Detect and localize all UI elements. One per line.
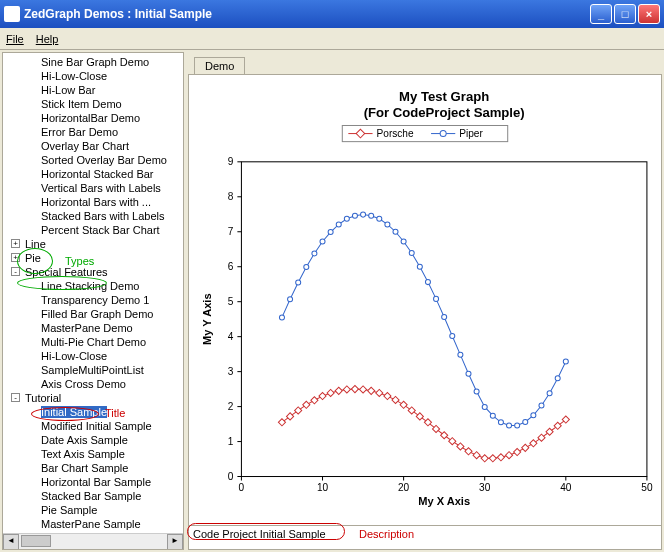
svg-rect-59 <box>400 401 407 408</box>
tree-item[interactable]: Pie Sample <box>5 503 183 517</box>
scroll-thumb[interactable] <box>21 535 51 547</box>
description-text: Code Project Initial Sample <box>193 528 326 540</box>
svg-point-82 <box>296 280 301 285</box>
tree-item-label: Stacked Bar Sample <box>41 490 141 502</box>
svg-point-107 <box>498 420 503 425</box>
tree-item[interactable]: Axis Cross Demo <box>5 377 183 391</box>
svg-text:4: 4 <box>228 331 234 342</box>
chart-area: My Test Graph(For CodeProject Sample)Por… <box>188 74 662 526</box>
tree-item[interactable]: MasterPane Sample <box>5 517 183 531</box>
svg-point-101 <box>450 333 455 338</box>
menu-help[interactable]: Help <box>36 33 59 45</box>
tree-item-label: HorizontalBar Demo <box>41 112 140 124</box>
tree-item[interactable]: Text Axis Sample <box>5 447 183 461</box>
tree-item[interactable]: Horizontal Stacked Bar <box>5 167 183 181</box>
tree-item[interactable]: Hi-Low-Close <box>5 349 183 363</box>
tree-item-label: Transparency Demo 1 <box>41 294 149 306</box>
menu-bar: File Help <box>0 28 664 50</box>
scroll-left-button[interactable]: ◄ <box>3 534 19 550</box>
tree-item[interactable]: Bar Chart Sample <box>5 461 183 475</box>
tree-item[interactable]: Sine Bar Graph Demo <box>5 55 183 69</box>
scroll-right-button[interactable]: ► <box>167 534 183 550</box>
svg-rect-67 <box>465 448 472 455</box>
svg-rect-55 <box>368 387 375 394</box>
svg-point-94 <box>393 229 398 234</box>
svg-point-102 <box>458 352 463 357</box>
title-bar: ZedGraph Demos : Initial Sample _ □ × <box>0 0 664 28</box>
tree-item[interactable]: Stacked Bar Sample <box>5 489 183 503</box>
tree-item[interactable]: Initial Sample <box>5 405 183 419</box>
tree-item[interactable]: MasterPane Demo <box>5 321 183 335</box>
tree-item[interactable]: Modified Initial Sample <box>5 419 183 433</box>
annotation-description: Description <box>359 528 414 540</box>
svg-point-98 <box>425 280 430 285</box>
svg-text:3: 3 <box>228 366 234 377</box>
tree-item-label: Initial Sample <box>41 406 107 418</box>
tree-item[interactable]: Percent Stack Bar Chart <box>5 223 183 237</box>
tree-item[interactable]: Hi-Low-Close <box>5 69 183 83</box>
tree-item[interactable]: HorizontalBar Demo <box>5 111 183 125</box>
tree-item-label: MasterPane Demo <box>41 322 133 334</box>
svg-rect-61 <box>416 413 423 420</box>
tree-item[interactable]: Stick Item Demo <box>5 97 183 111</box>
annotation-types: Types <box>65 255 94 267</box>
tree-item[interactable]: Overlay Bar Chart <box>5 139 183 153</box>
svg-point-7 <box>440 131 446 137</box>
tree-scrollbar[interactable]: ◄ ► <box>3 533 183 549</box>
svg-point-106 <box>490 413 495 418</box>
svg-point-85 <box>320 239 325 244</box>
svg-text:8: 8 <box>228 191 234 202</box>
tree-item[interactable]: Horizontal Bar Sample <box>5 475 183 489</box>
svg-rect-44 <box>278 419 285 426</box>
svg-point-108 <box>507 423 512 428</box>
minimize-button[interactable]: _ <box>590 4 612 24</box>
svg-point-97 <box>417 264 422 269</box>
tree-expander-icon[interactable]: - <box>11 393 20 402</box>
tree-item[interactable]: Vertical Bars with Labels <box>5 181 183 195</box>
svg-text:1: 1 <box>228 436 234 447</box>
tree-item-label: Bar Chart Sample <box>41 462 128 474</box>
tree-expander-icon[interactable]: + <box>11 253 20 262</box>
tree-expander-icon[interactable]: + <box>11 239 20 248</box>
tree-item[interactable]: Error Bar Demo <box>5 125 183 139</box>
tree-item[interactable]: -Tutorial <box>5 391 183 405</box>
tree-item[interactable]: Stacked Bars with Labels <box>5 209 183 223</box>
tree-item-label: Error Bar Demo <box>41 126 118 138</box>
tab-demo[interactable]: Demo <box>194 57 245 74</box>
tree-item[interactable]: Horizontal Bars with ... <box>5 195 183 209</box>
maximize-button[interactable]: □ <box>614 4 636 24</box>
chart-svg: My Test Graph(For CodeProject Sample)Por… <box>193 79 657 521</box>
menu-file[interactable]: File <box>6 33 24 45</box>
tree-item[interactable]: Line Stacking Demo <box>5 279 183 293</box>
svg-point-109 <box>515 423 520 428</box>
svg-text:30: 30 <box>479 482 491 493</box>
svg-point-112 <box>539 403 544 408</box>
svg-rect-53 <box>351 386 358 393</box>
tree-item[interactable]: +Line <box>5 237 183 251</box>
tree-item[interactable]: Transparency Demo 1 <box>5 293 183 307</box>
svg-rect-60 <box>408 407 415 414</box>
tree-item[interactable]: -Special Features <box>5 265 183 279</box>
svg-point-99 <box>434 296 439 301</box>
svg-rect-45 <box>287 413 294 420</box>
svg-rect-48 <box>311 397 318 404</box>
tree-item[interactable]: SampleMultiPointList <box>5 363 183 377</box>
tree-item[interactable]: Sorted Overlay Bar Demo <box>5 153 183 167</box>
svg-text:40: 40 <box>560 482 572 493</box>
svg-point-88 <box>344 216 349 221</box>
tree-expander-icon[interactable]: - <box>11 267 20 276</box>
svg-point-111 <box>531 413 536 418</box>
window-title: ZedGraph Demos : Initial Sample <box>24 7 590 21</box>
tree-item-label: Multi-Pie Chart Demo <box>41 336 146 348</box>
tree-item[interactable]: Filled Bar Graph Demo <box>5 307 183 321</box>
tree-item-label: Date Axis Sample <box>41 434 128 446</box>
svg-text:9: 9 <box>228 156 234 167</box>
app-icon <box>4 6 20 22</box>
tree-item[interactable]: Date Axis Sample <box>5 433 183 447</box>
close-button[interactable]: × <box>638 4 660 24</box>
tree-item[interactable]: Multi-Pie Chart Demo <box>5 335 183 349</box>
svg-point-93 <box>385 222 390 227</box>
svg-rect-57 <box>384 393 391 400</box>
tab-bar: Demo <box>188 52 662 74</box>
tree-item[interactable]: Hi-Low Bar <box>5 83 183 97</box>
